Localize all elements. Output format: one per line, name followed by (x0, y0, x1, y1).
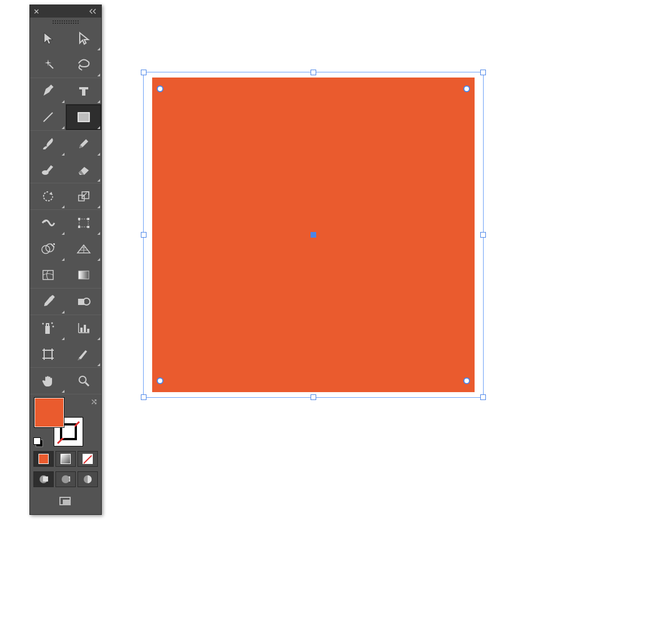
pencil-tool[interactable] (66, 131, 101, 157)
flyout-triangle-icon (62, 337, 64, 340)
blob-brush-tool[interactable] (30, 157, 66, 183)
resize-handle-tr[interactable] (480, 70, 486, 75)
draw-behind-button[interactable] (55, 471, 76, 487)
fill-mode-row (30, 449, 101, 469)
hand-tool[interactable] (30, 368, 66, 394)
corner-widget-tl[interactable] (157, 85, 163, 92)
blend-tool[interactable] (66, 289, 101, 315)
svg-point-26 (51, 323, 53, 324)
svg-rect-11 (87, 218, 89, 220)
eraser-tool[interactable] (66, 157, 101, 183)
flyout-triangle-icon (97, 337, 100, 340)
scale-tool[interactable] (66, 183, 101, 209)
svg-line-2 (44, 113, 53, 122)
swap-fill-stroke-icon[interactable]: ⤭ (91, 397, 98, 407)
slice-tool[interactable] (66, 341, 101, 367)
collapse-icon[interactable] (89, 8, 98, 14)
svg-rect-32 (87, 329, 89, 332)
none-mode-button[interactable] (77, 451, 98, 467)
svg-rect-24 (45, 326, 50, 334)
resize-handle-bm[interactable] (311, 394, 316, 400)
draw-inside-button[interactable] (77, 471, 98, 487)
flyout-triangle-icon (62, 311, 64, 313)
svg-point-25 (42, 323, 44, 325)
magic-wand-tool[interactable] (30, 51, 66, 78)
svg-rect-13 (87, 226, 89, 228)
svg-rect-12 (78, 226, 80, 228)
corner-widget-br[interactable] (463, 377, 470, 384)
flyout-triangle-icon (62, 390, 64, 393)
default-fill-stroke-icon[interactable] (33, 437, 44, 448)
color-mode-button[interactable] (33, 451, 54, 467)
svg-rect-45 (43, 476, 48, 482)
corner-widget-bl[interactable] (157, 377, 163, 384)
flyout-triangle-icon (97, 179, 100, 182)
resize-handle-tm[interactable] (311, 70, 316, 75)
gradient-tool[interactable] (66, 262, 101, 288)
flyout-triangle-icon (62, 205, 64, 208)
flyout-triangle-icon (97, 153, 100, 156)
screen-mode-button[interactable] (54, 493, 77, 510)
flyout-triangle-icon (97, 48, 100, 50)
resize-handle-tl[interactable] (141, 70, 147, 75)
svg-rect-33 (44, 350, 52, 358)
close-icon[interactable]: ✕ (33, 8, 40, 15)
canvas-artwork[interactable] (140, 68, 487, 401)
flyout-triangle-icon (97, 74, 100, 76)
corner-widget-tr[interactable] (463, 85, 470, 92)
lasso-tool[interactable] (66, 51, 101, 78)
flyout-triangle-icon (62, 258, 64, 261)
perspective-grid-tool[interactable] (66, 236, 101, 262)
selection-tool[interactable] (30, 25, 66, 51)
flyout-triangle-icon (97, 100, 100, 103)
flyout-triangle-icon (62, 232, 64, 235)
svg-rect-10 (78, 218, 80, 220)
line-segment-tool[interactable] (30, 104, 66, 130)
svg-line-0 (49, 65, 53, 68)
mesh-tool[interactable] (30, 262, 66, 288)
svg-point-47 (62, 475, 70, 483)
svg-rect-9 (79, 219, 88, 227)
eyedropper-tool[interactable] (30, 289, 66, 315)
tools-panel: ✕ ⤭ (29, 5, 102, 515)
resize-handle-br[interactable] (480, 394, 486, 400)
rectangle-tool[interactable] (66, 104, 101, 130)
flyout-triangle-icon (97, 205, 100, 208)
type-tool[interactable] (66, 78, 101, 104)
svg-point-42 (79, 376, 86, 383)
svg-rect-30 (80, 328, 83, 332)
resize-handle-mr[interactable] (480, 232, 486, 238)
paintbrush-tool[interactable] (30, 131, 66, 157)
draw-mode-row (30, 469, 101, 489)
svg-point-27 (52, 326, 54, 328)
resize-handle-bl[interactable] (141, 394, 147, 400)
draw-normal-button[interactable] (33, 471, 54, 487)
gradient-mode-button[interactable] (55, 451, 76, 467)
svg-rect-31 (84, 325, 86, 332)
svg-point-8 (44, 220, 46, 222)
svg-rect-19 (43, 270, 53, 280)
panel-tab-bar[interactable]: ✕ (30, 5, 101, 18)
flyout-triangle-icon (62, 100, 64, 103)
zoom-tool[interactable] (66, 368, 101, 394)
svg-rect-20 (79, 271, 89, 279)
pen-tool[interactable] (30, 78, 66, 104)
panel-grip[interactable] (30, 18, 101, 25)
direct-selection-tool[interactable] (66, 25, 101, 51)
fill-stroke-swatch: ⤭ (30, 394, 101, 449)
resize-handle-ml[interactable] (141, 232, 147, 238)
column-graph-tool[interactable] (66, 315, 101, 341)
fill-swatch[interactable] (35, 398, 64, 427)
flyout-triangle-icon (97, 126, 100, 129)
width-tool[interactable] (30, 210, 66, 236)
symbol-sprayer-tool[interactable] (30, 315, 66, 341)
shape-builder-tool[interactable] (30, 236, 66, 262)
svg-rect-50 (63, 500, 70, 505)
flyout-triangle-icon (97, 363, 100, 366)
rotate-tool[interactable] (30, 183, 66, 209)
artboard-tool[interactable] (30, 341, 66, 367)
free-transform-tool[interactable] (66, 210, 101, 236)
center-point-icon[interactable] (311, 232, 316, 238)
flyout-triangle-icon (62, 153, 64, 156)
svg-line-43 (85, 383, 89, 386)
